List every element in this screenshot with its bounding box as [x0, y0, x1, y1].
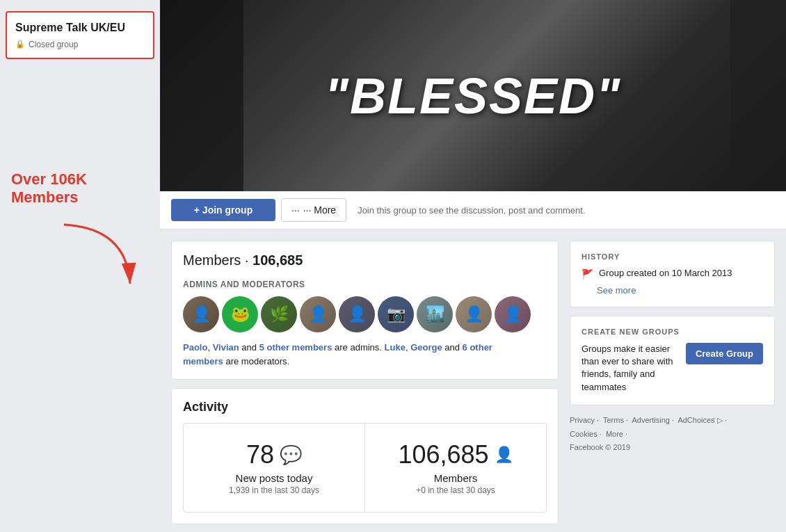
avatar-7: 🏙️ [417, 296, 453, 332]
history-title: HISTORY [582, 252, 763, 261]
footer-copyright: Facebook © 2019 [570, 441, 775, 455]
cover-overlay-left [160, 0, 243, 191]
see-more-link[interactable]: See more [597, 285, 763, 296]
footer-cookies-link[interactable]: Cookies [570, 430, 597, 438]
footer-links: Privacy· Terms· Advertising· AdChoices ▷… [570, 414, 775, 455]
left-sidebar: Supreme Talk UK/EU 🔒 Closed group Over 1… [0, 0, 160, 213]
activity-posts-cell: 78 💬 New posts today 1,939 in the last 3… [184, 424, 365, 512]
posts-label: New posts today [195, 472, 353, 484]
mod-link-george[interactable]: George [410, 342, 442, 353]
activity-members-cell: 106,685 👤 Members +0 in the last 30 days [365, 424, 546, 512]
members-dot: · [245, 252, 252, 268]
history-card: HISTORY 🚩 Group created on 10 March 2013… [570, 241, 775, 307]
admin-suffix: are admins. [335, 342, 382, 353]
avatar-5-inner: 👤 [339, 296, 375, 332]
admin-description: Paolo, Vivian and 5 other members are ad… [183, 341, 547, 368]
annotation-line2: Members [11, 188, 154, 207]
right-panel: HISTORY 🚩 Group created on 10 March 2013… [570, 241, 775, 455]
avatar-1: 👤 [183, 296, 219, 332]
members-activity-sublabel: +0 in the last 30 days [376, 485, 535, 495]
right-content: "BLESSED" + Join group ··· ··· More Join… [160, 0, 786, 532]
history-created-text: Group created on 10 March 2013 [599, 268, 732, 278]
admin-link-vivian[interactable]: Vivian [213, 342, 239, 353]
page-wrapper: Supreme Talk UK/EU 🔒 Closed group Over 1… [0, 0, 786, 532]
annotation-line1: Over 106K [11, 170, 154, 188]
footer-advertising-link[interactable]: Advertising [632, 416, 669, 424]
history-item: 🚩 Group created on 10 March 2013 [582, 268, 763, 280]
members-prefix: Members [183, 252, 241, 268]
avatar-6-inner: 📷 [378, 296, 414, 332]
members-activity-label: Members [376, 472, 535, 484]
posts-sublabel: 1,939 in the last 30 days [195, 485, 353, 495]
annotation-arrow [57, 221, 141, 298]
mod-suffix: are moderators. [225, 356, 289, 366]
posts-count: 78 [246, 440, 274, 469]
more-button[interactable]: ··· ··· More [281, 198, 346, 222]
create-group-button[interactable]: Create Group [686, 343, 763, 364]
person-icon: 👤 [495, 446, 513, 464]
admin-others-link[interactable]: 5 other members [259, 342, 332, 353]
action-bar: + Join group ··· ··· More Join this grou… [160, 191, 786, 229]
cover-overlay-right [730, 0, 786, 191]
avatar-5: 👤 [339, 296, 375, 332]
more-dots: ··· [291, 204, 300, 216]
create-groups-title: CREATE NEW GROUPS [582, 328, 763, 336]
group-type: 🔒 Closed group [15, 40, 145, 49]
admins-label: Admins and moderators [183, 280, 547, 289]
footer-adchoices-link[interactable]: AdChoices ▷ [677, 416, 722, 424]
avatar-8-inner: 👤 [456, 296, 492, 332]
activity-title: Activity [183, 400, 547, 414]
avatar-2: 🐸 [222, 296, 258, 332]
avatar-1-inner: 👤 [183, 296, 219, 332]
footer-line1: Privacy· Terms· Advertising· AdChoices ▷… [570, 414, 775, 428]
main-layout: Supreme Talk UK/EU 🔒 Closed group Over 1… [0, 0, 786, 532]
avatar-9: 👤 [495, 296, 531, 332]
join-info: Join this group to see the discussion, p… [358, 205, 585, 216]
footer-terms-link[interactable]: Terms [603, 416, 624, 424]
cover-photo: "BLESSED" [160, 0, 786, 191]
admin-link-paolo[interactable]: Paolo [183, 342, 207, 353]
group-card: Supreme Talk UK/EU 🔒 Closed group [6, 11, 154, 59]
avatar-2-inner: 🐸 [222, 296, 258, 332]
avatar-8: 👤 [456, 296, 492, 332]
history-flag-icon: 🚩 [582, 268, 593, 280]
footer-more-link[interactable]: More [606, 430, 623, 438]
group-name: Supreme Talk UK/EU [15, 21, 145, 35]
avatar-3-inner: 🌿 [261, 296, 297, 332]
create-groups-content: Groups make it easier than ever to share… [582, 343, 763, 394]
annotation-container: Over 106K Members [6, 170, 154, 207]
avatar-6: 📷 [378, 296, 414, 332]
content-area: Members · 106,685 Admins and moderators … [160, 229, 786, 532]
footer-privacy-link[interactable]: Privacy [570, 416, 595, 424]
posts-number: 78 💬 [195, 440, 353, 469]
avatar-9-inner: 👤 [495, 296, 531, 332]
members-count-title: 106,685 [252, 252, 303, 268]
lock-icon: 🔒 [15, 40, 25, 49]
group-type-label: Closed group [29, 40, 78, 49]
activity-grid: 78 💬 New posts today 1,939 in the last 3… [183, 423, 547, 513]
more-label: ··· More [303, 204, 336, 216]
admin-avatars: 👤 🐸 🌿 👤 👤 [183, 296, 547, 332]
members-title: Members · 106,685 [183, 252, 547, 268]
avatar-4: 👤 [300, 296, 336, 332]
cover-text: "BLESSED" [325, 67, 621, 124]
activity-section: Activity 78 💬 New posts today 1,939 in t… [171, 388, 559, 524]
footer-line2: Cookies· More· [570, 428, 775, 442]
chat-icon: 💬 [280, 444, 302, 466]
main-panel: Members · 106,685 Admins and moderators … [171, 241, 559, 524]
create-groups-description: Groups make it easier than ever to share… [582, 343, 677, 394]
mod-link-luke[interactable]: Luke [385, 342, 406, 353]
create-groups-card: CREATE NEW GROUPS Groups make it easier … [570, 316, 775, 405]
members-section: Members · 106,685 Admins and moderators … [171, 241, 559, 380]
annotation-text: Over 106K Members [11, 170, 154, 207]
avatar-3: 🌿 [261, 296, 297, 332]
members-activity-number: 106,685 👤 [376, 440, 535, 469]
avatar-4-inner: 👤 [300, 296, 336, 332]
join-group-button[interactable]: + Join group [171, 199, 275, 221]
members-activity-count: 106,685 [398, 440, 488, 469]
avatar-7-inner: 🏙️ [417, 296, 453, 332]
